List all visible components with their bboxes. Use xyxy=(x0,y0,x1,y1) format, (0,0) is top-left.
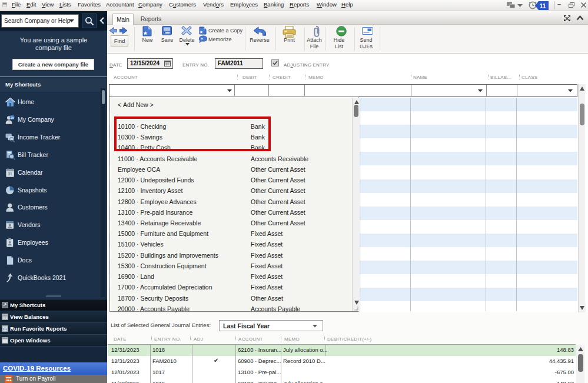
svg-text:11: 11 xyxy=(540,3,546,9)
svg-text:1b: 1b xyxy=(11,116,14,119)
svg-text:31: 31 xyxy=(8,172,13,176)
